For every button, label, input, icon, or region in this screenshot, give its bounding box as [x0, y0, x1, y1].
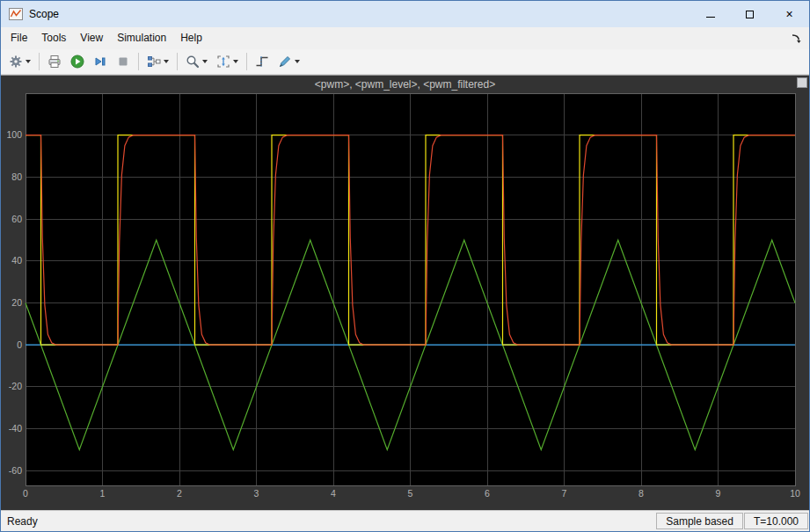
titlebar: Scope ×	[1, 1, 809, 27]
y-tick-label: 40	[11, 255, 22, 266]
stop-button[interactable]	[113, 51, 134, 72]
scope-app-icon	[9, 7, 23, 21]
gear-icon	[9, 55, 23, 69]
measurements-icon	[278, 55, 292, 69]
scope-plot-title: <pwm>, <pwm_level>, <pwm_filtered>	[1, 78, 809, 91]
signal-selector-button[interactable]	[143, 51, 172, 72]
toolbar	[1, 49, 809, 75]
trigger-icon	[255, 55, 269, 69]
menu-file[interactable]: File	[4, 29, 34, 47]
y-tick-label: 0	[17, 339, 22, 350]
x-tick-label: 1	[100, 488, 106, 499]
x-tick-label: 4	[331, 488, 336, 499]
maximize-axes-button[interactable]	[797, 77, 807, 88]
x-tick-label: 10	[790, 488, 800, 499]
x-tick-label: 2	[177, 488, 182, 499]
y-tick-label: -20	[9, 381, 22, 391]
zoom-icon	[186, 55, 200, 69]
menu-simulation[interactable]: Simulation	[110, 29, 173, 47]
y-tick-label: 60	[11, 214, 22, 224]
scope-area: <pwm>, <pwm_level>, <pwm_filtered> 01234…	[1, 75, 809, 510]
run-button[interactable]	[67, 51, 88, 72]
print-button[interactable]	[44, 51, 65, 72]
toolbar-separator	[138, 53, 139, 70]
status-text: Ready	[1, 511, 656, 531]
settings-button[interactable]	[5, 51, 34, 72]
dropdown-arrow-icon	[26, 60, 31, 63]
window-title: Scope	[29, 8, 59, 20]
fit-to-view-button[interactable]	[213, 51, 242, 72]
x-tick-label: 0	[23, 488, 28, 499]
toolbar-separator	[39, 53, 40, 70]
dropdown-arrow-icon	[164, 60, 169, 63]
dock-scope-icon[interactable]	[791, 33, 801, 44]
close-button[interactable]: ×	[770, 1, 809, 27]
x-tick-label: 6	[485, 488, 490, 499]
sample-mode-indicator: Sample based	[656, 513, 743, 529]
scope-window: Scope × File Tools View Simulation Help	[0, 0, 810, 532]
x-tick-label: 7	[562, 488, 567, 499]
statusbar: Ready Sample based T=10.000	[1, 510, 809, 531]
sim-time-indicator: T=10.000	[744, 513, 808, 529]
y-tick-label: 20	[11, 297, 22, 308]
fit-to-view-icon	[216, 55, 230, 69]
y-tick-label: -40	[9, 423, 22, 434]
run-icon	[70, 55, 84, 69]
step-forward-button[interactable]	[90, 51, 111, 72]
scope-plot-canvas[interactable]: 012345678910-60-40-20020406080100	[1, 76, 809, 510]
signal-selector-icon	[147, 55, 161, 69]
printer-icon	[47, 55, 62, 69]
menu-tools[interactable]: Tools	[34, 29, 73, 47]
minimize-button[interactable]	[690, 1, 730, 27]
window-controls: ×	[690, 1, 809, 27]
maximize-button[interactable]	[730, 1, 770, 27]
x-tick-label: 5	[408, 488, 413, 499]
y-tick-label: 100	[6, 129, 22, 140]
minimize-icon	[706, 17, 715, 18]
menubar: File Tools View Simulation Help	[1, 27, 809, 49]
menu-help[interactable]: Help	[173, 29, 209, 47]
toolbar-separator	[177, 53, 178, 70]
x-tick-label: 3	[254, 488, 259, 499]
x-tick-label: 9	[716, 488, 721, 499]
trigger-button[interactable]	[252, 51, 273, 72]
x-tick-label: 8	[639, 488, 644, 499]
toolbar-separator	[246, 53, 247, 70]
dropdown-arrow-icon	[233, 60, 238, 63]
maximize-icon	[746, 11, 754, 18]
y-tick-label: -60	[9, 465, 22, 476]
step-forward-icon	[93, 55, 107, 69]
dropdown-arrow-icon	[295, 60, 300, 63]
menu-view[interactable]: View	[73, 29, 110, 47]
stop-icon	[116, 55, 130, 69]
measurements-button[interactable]	[274, 51, 303, 72]
y-tick-label: 80	[11, 171, 22, 182]
dropdown-arrow-icon	[202, 60, 208, 63]
zoom-button[interactable]	[182, 51, 211, 72]
